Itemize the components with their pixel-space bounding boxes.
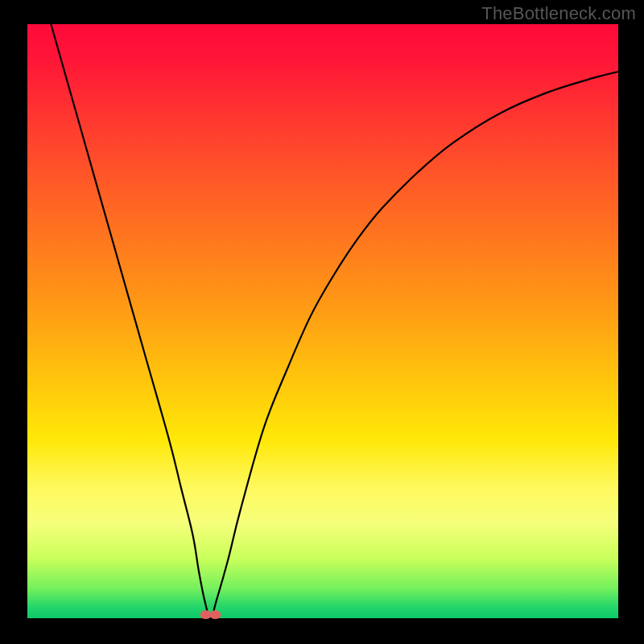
- bottleneck-curve-path: [51, 24, 618, 618]
- watermark-text: TheBottleneck.com: [481, 3, 636, 24]
- chart-frame: TheBottleneck.com: [0, 0, 644, 644]
- plot-area: [27, 24, 618, 618]
- bottleneck-curve-svg: [27, 24, 618, 618]
- min-point-b: [209, 610, 221, 619]
